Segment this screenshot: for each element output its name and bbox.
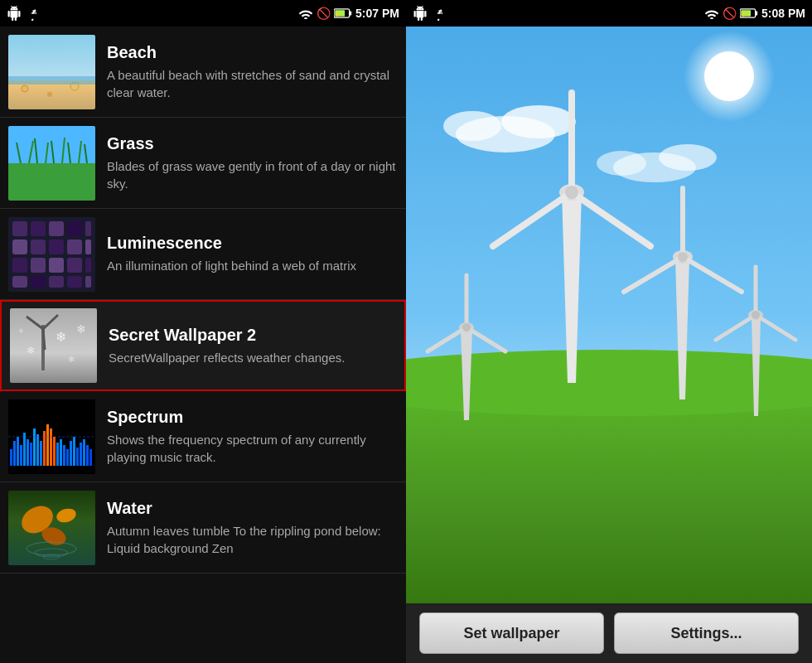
grass-desc: Blades of grass wave gently in front of …: [107, 157, 398, 192]
right-status-bar: 🚫 ⚡ 5:08 PM: [406, 0, 812, 27]
svg-rect-41: [85, 276, 91, 288]
right-panel: 🚫 ⚡ 5:08 PM: [406, 0, 812, 663]
svg-point-6: [22, 85, 28, 92]
svg-rect-39: [49, 276, 64, 288]
usb-icon: [27, 6, 41, 21]
spectrum-name: Spectrum: [107, 408, 398, 427]
svg-point-92: [704, 51, 754, 101]
svg-rect-70: [66, 449, 69, 466]
grass-thumbnail: [8, 126, 95, 201]
svg-rect-27: [12, 240, 27, 254]
svg-point-98: [597, 151, 646, 176]
svg-rect-71: [70, 441, 72, 466]
svg-rect-87: [756, 11, 758, 15]
svg-rect-60: [33, 428, 36, 466]
grass-name: Grass: [107, 134, 398, 153]
svg-rect-9: [8, 76, 95, 85]
svg-rect-76: [86, 445, 89, 466]
luminescence-thumbnail: [8, 217, 95, 292]
set-wallpaper-button[interactable]: Set wallpaper: [419, 612, 604, 654]
water-desc: Autumn leaves tumble To the rippling pon…: [107, 522, 398, 557]
left-status-icons: [7, 6, 41, 21]
beach-name: Beach: [107, 43, 398, 62]
svg-rect-53: [10, 449, 12, 466]
svg-rect-68: [60, 439, 62, 466]
water-thumbnail: [8, 491, 95, 565]
wallpaper-list[interactable]: Beach A beautiful beach with stretches o…: [0, 27, 406, 663]
svg-rect-59: [30, 443, 32, 466]
wallpaper-item-beach[interactable]: Beach A beautiful beach with stretches o…: [0, 27, 406, 118]
svg-rect-63: [43, 431, 46, 466]
secret2-desc: SecretWallpaper reflects weather changes…: [109, 349, 396, 366]
preview-svg: [406, 27, 812, 603]
svg-text:❄: ❄: [27, 345, 35, 356]
svg-text:⚡: ⚡: [741, 12, 747, 18]
spectrum-info: Spectrum Shows the frequency spectrum of…: [107, 408, 398, 466]
svg-text:❄: ❄: [18, 327, 24, 335]
svg-rect-61: [36, 434, 39, 466]
water-info: Water Autumn leaves tumble To the rippli…: [107, 499, 398, 557]
grass-info: Grass Blades of grass wave gently in fro…: [107, 134, 398, 192]
android-icon: [7, 6, 22, 21]
left-status-bar: 🚫 ⚡ 5:07 PM: [0, 0, 406, 27]
svg-rect-33: [31, 258, 46, 273]
svg-text:❄: ❄: [76, 322, 86, 336]
no-sign-left: 🚫: [317, 7, 331, 20]
svg-point-106: [565, 186, 578, 199]
svg-text:❄: ❄: [56, 330, 66, 344]
svg-text:❄: ❄: [68, 355, 75, 364]
wallpaper-item-grass[interactable]: Grass Blades of grass wave gently in fro…: [0, 118, 406, 209]
svg-rect-74: [80, 443, 82, 466]
bottom-buttons: Set wallpaper Settings...: [406, 603, 812, 663]
spectrum-desc: Shows the frequency spectrum of any curr…: [107, 431, 398, 466]
svg-rect-26: [85, 221, 91, 236]
spectrum-thumbnail: [8, 399, 95, 474]
svg-rect-66: [53, 437, 56, 466]
svg-rect-72: [73, 437, 75, 466]
svg-rect-24: [49, 221, 64, 236]
svg-rect-36: [85, 258, 91, 273]
svg-rect-62: [40, 441, 42, 466]
svg-rect-67: [56, 443, 59, 466]
no-sign-right: 🚫: [723, 7, 737, 20]
svg-point-112: [678, 252, 688, 262]
secret2-info: Secret Wallpaper 2 SecretWallpaper refle…: [109, 326, 396, 366]
wifi-icon-left: [298, 7, 313, 19]
right-status-icons: [413, 6, 447, 21]
svg-rect-40: [67, 276, 82, 288]
left-time: 5:07 PM: [355, 7, 399, 20]
luminescence-name: Luminescence: [107, 234, 398, 253]
svg-rect-56: [20, 445, 22, 466]
svg-rect-69: [63, 445, 65, 466]
svg-rect-23: [31, 221, 46, 236]
svg-point-94: [501, 105, 576, 138]
battery-icon-left: ⚡: [334, 7, 352, 19]
beach-desc: A beautiful beach with stretches of sand…: [107, 66, 398, 101]
beach-thumbnail: [8, 35, 95, 109]
wifi-icon-right: [704, 7, 719, 19]
svg-rect-55: [17, 437, 19, 466]
wallpaper-item-luminescence[interactable]: Luminescence An illumination of light be…: [0, 209, 406, 300]
svg-rect-4: [8, 35, 95, 80]
svg-rect-29: [49, 240, 64, 254]
wallpaper-item-secret2[interactable]: ❄ ❄ ❄ ❄ ❄ Secret Wallpaper 2 SecretWallp…: [0, 300, 406, 391]
battery-icon-right: ⚡: [740, 7, 758, 19]
svg-rect-25: [67, 221, 82, 236]
luminescence-desc: An illumination of light behind a web of…: [107, 257, 398, 274]
svg-rect-32: [12, 258, 27, 273]
right-time: 5:08 PM: [761, 7, 805, 20]
wallpaper-item-spectrum[interactable]: Spectrum Shows the frequency spectrum of…: [0, 391, 406, 482]
svg-point-95: [443, 111, 501, 141]
svg-rect-1: [350, 11, 352, 15]
settings-button[interactable]: Settings...: [614, 612, 799, 654]
svg-rect-77: [89, 449, 92, 466]
svg-rect-73: [76, 448, 79, 466]
svg-rect-64: [46, 424, 49, 466]
left-panel: 🚫 ⚡ 5:07 PM: [0, 0, 406, 663]
svg-rect-75: [83, 439, 85, 466]
beach-info: Beach A beautiful beach with stretches o…: [107, 43, 398, 101]
svg-rect-38: [31, 276, 46, 288]
wallpaper-item-water[interactable]: Water Autumn leaves tumble To the rippli…: [0, 482, 406, 573]
svg-line-46: [43, 329, 45, 350]
usb-icon-right: [433, 6, 447, 21]
